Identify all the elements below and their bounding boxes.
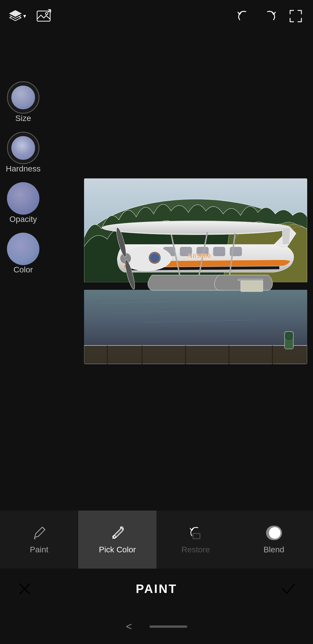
cancel-button[interactable] <box>14 579 35 599</box>
svg-rect-1 <box>37 11 50 21</box>
tab-restore-label: Restore <box>181 545 210 554</box>
hardness-control[interactable]: Hardness <box>6 132 41 173</box>
blend-toggle-knob <box>269 527 281 539</box>
tab-blend[interactable]: Blend <box>235 511 313 569</box>
home-indicator[interactable] <box>150 625 187 628</box>
svg-rect-35 <box>241 281 263 292</box>
svg-rect-23 <box>213 247 225 256</box>
canvas-area: N83880 <box>0 32 313 511</box>
opacity-control[interactable]: Opacity <box>7 182 39 224</box>
back-button[interactable]: < <box>126 621 132 633</box>
layers-button[interactable]: ▾ <box>9 7 26 25</box>
image-button[interactable] <box>35 7 52 25</box>
opacity-circle[interactable] <box>7 182 39 215</box>
color-control[interactable]: Color <box>7 233 39 274</box>
confirm-button[interactable] <box>278 579 299 599</box>
size-circle <box>11 86 35 109</box>
undo-button[interactable] <box>235 7 252 25</box>
svg-line-10 <box>113 311 200 313</box>
size-control[interactable]: Size <box>7 81 39 123</box>
hardness-circle <box>11 136 35 160</box>
svg-rect-12 <box>84 345 307 364</box>
svg-rect-42 <box>193 533 200 539</box>
tab-blend-label: Blend <box>263 545 284 554</box>
expand-button[interactable] <box>287 7 304 25</box>
tab-paint-label: Paint <box>30 545 48 554</box>
redo-button[interactable] <box>261 7 278 25</box>
toolbar-right <box>235 7 304 25</box>
svg-marker-0 <box>10 10 21 17</box>
toolbar-left: ▾ <box>9 7 52 25</box>
blend-toggle[interactable] <box>266 526 282 540</box>
svg-rect-24 <box>230 247 242 256</box>
system-nav: < <box>0 609 313 644</box>
svg-point-19 <box>102 222 291 234</box>
svg-line-39 <box>42 527 45 530</box>
svg-point-2 <box>46 12 48 15</box>
svg-text:N83880: N83880 <box>188 252 211 259</box>
water-layer <box>84 290 307 364</box>
tab-restore[interactable]: Restore <box>156 511 235 569</box>
tab-pick-color[interactable]: Pick Color <box>78 511 156 569</box>
plane-layer: N83880 <box>102 215 296 297</box>
restore-icon <box>188 525 204 541</box>
opacity-label: Opacity <box>10 215 37 224</box>
svg-rect-36 <box>238 279 263 281</box>
main-image[interactable]: N83880 <box>84 178 307 364</box>
layers-dropdown-icon: ▾ <box>23 12 26 19</box>
svg-line-9 <box>99 301 171 304</box>
action-bar-title: PAINT <box>136 582 177 596</box>
dock-equipment <box>277 329 301 355</box>
tab-pick-color-label: Pick Color <box>99 545 136 554</box>
blend-toggle-icon[interactable] <box>266 525 282 541</box>
svg-point-38 <box>285 332 292 339</box>
tool-tabs: Paint Pick Color <box>0 511 313 569</box>
hardness-button[interactable] <box>7 132 39 164</box>
paint-icon <box>31 525 47 541</box>
action-bar: PAINT <box>0 569 313 609</box>
top-toolbar: ▾ <box>0 0 313 32</box>
tab-paint[interactable]: Paint <box>0 511 78 569</box>
left-controls: Size Hardness Opacity Color <box>0 81 46 283</box>
svg-point-33 <box>148 252 161 264</box>
color-circle[interactable] <box>7 233 39 265</box>
size-label: Size <box>15 114 31 123</box>
color-label: Color <box>14 265 33 274</box>
pick-color-icon <box>110 525 125 541</box>
bottom-section: Paint Pick Color <box>0 511 313 609</box>
hardness-label: Hardness <box>6 164 41 173</box>
size-button[interactable] <box>7 81 39 114</box>
svg-line-11 <box>142 320 258 322</box>
